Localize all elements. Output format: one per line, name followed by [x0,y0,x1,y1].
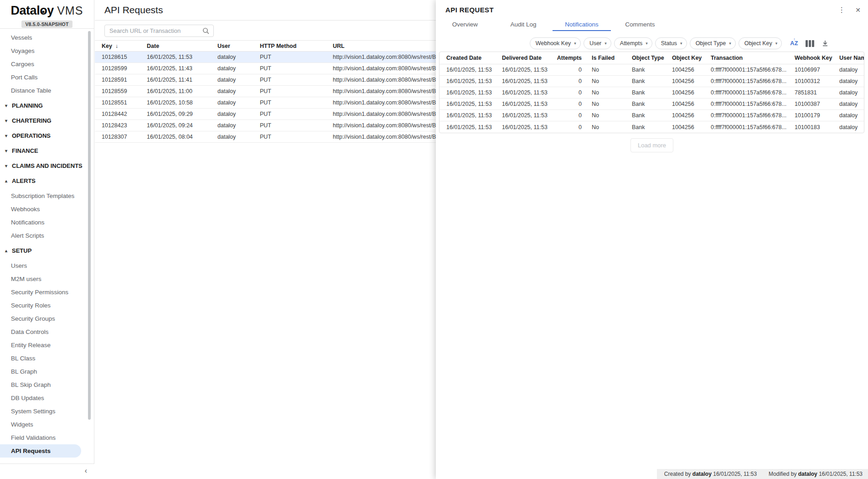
sidebar-item-notifications[interactable]: Notifications [0,216,94,229]
sidebar-section-operations[interactable]: ▾OPERATIONS [0,129,94,142]
cell: 1004256 [665,124,704,130]
table-header-row: Created DateDelivered DateAttemptsIs Fai… [439,52,864,64]
cell: No [585,78,625,84]
cell: No [585,101,625,107]
sidebar-item-cargoes[interactable]: Cargoes [0,57,94,71]
sidebar-item-subscription-templates[interactable]: Subscription Templates [0,189,94,203]
tab-notifications[interactable]: Notifications [553,18,611,31]
collapse-sidebar-icon[interactable]: ‹ [85,467,87,475]
sidebar-item-bl-graph[interactable]: BL Graph [0,365,94,378]
sidebar-item-security-permissions[interactable]: Security Permissions [0,286,94,299]
sidebar-item-webhooks[interactable]: Webhooks [0,203,94,216]
sidebar-item-voyages[interactable]: Voyages [0,44,94,57]
sidebar-item-security-roles[interactable]: Security Roles [0,299,94,312]
cell: 16/01/2025, 08:04 [147,134,217,140]
column-header-http-method[interactable]: HTTP Method [260,43,333,49]
columns-icon[interactable] [806,40,814,47]
sidebar-section-setup[interactable]: ▴SETUP [0,244,94,257]
table-row[interactable]: 16/01/2025, 11:5316/01/2025, 11:530NoBan… [439,121,864,133]
sidebar-item-field-validations[interactable]: Field Validations [0,431,94,444]
table-row[interactable]: 16/01/2025, 11:5316/01/2025, 11:530NoBan… [439,110,864,121]
cell: No [585,89,625,96]
cell: 0 [555,101,585,107]
sidebar-section-claims-and-incidents[interactable]: ▾CLAIMS AND INCIDENTS [0,159,94,172]
cell: 16/01/2025, 09:29 [147,111,217,117]
sidebar-item-data-controls[interactable]: Data Controls [0,325,94,338]
sidebar-item-system-settings[interactable]: System Settings [0,405,94,418]
load-more-button[interactable]: Load more [630,138,673,152]
table-row[interactable]: 16/01/2025, 11:5316/01/2025, 11:530NoBan… [439,76,864,87]
column-header-is-failed[interactable]: Is Failed [585,55,625,61]
search-icon[interactable] [202,27,210,35]
filter-chip-webhook-key[interactable]: Webhook Key▾ [530,37,581,49]
sidebar-item-bl-class[interactable]: BL Class [0,352,94,365]
sidebar-nav: VesselsVoyagesCargoesPort CallsDistance … [0,28,94,463]
panel-top-icons: ⋮ ✕ [838,6,861,14]
cell: 1004256 [665,112,704,119]
cell: 16/01/2025, 11:53 [495,124,555,130]
sidebar-item-m2m-users[interactable]: M2M users [0,272,94,286]
sidebar-item-bl-skip-graph[interactable]: BL Skip Graph [0,378,94,391]
search-input[interactable] [109,27,202,34]
sidebar-section-finance[interactable]: ▾FINANCE [0,144,94,157]
cell: dataloy [217,65,260,72]
sidebar-section-chartering[interactable]: ▾CHARTERING [0,114,94,127]
table-row[interactable]: 16/01/2025, 11:5316/01/2025, 11:530NoBan… [439,87,864,99]
column-header-key[interactable]: Key↓ [95,43,147,49]
sidebar-item-entity-release[interactable]: Entity Release [0,338,94,352]
filter-chip-user[interactable]: User▾ [584,37,611,49]
tab-comments[interactable]: Comments [611,18,669,31]
logo-o-mark: o [40,4,47,18]
tab-overview[interactable]: Overview [436,18,494,31]
section-label: PLANNING [12,102,43,109]
sidebar-section-planning[interactable]: ▾PLANNING [0,99,94,112]
column-header-user-name[interactable]: User Name [832,55,864,61]
column-header-user[interactable]: User [217,43,260,49]
filter-chip-attempts[interactable]: Attempts▾ [614,37,652,49]
column-header-webhook-key[interactable]: Webhook Key [788,55,832,61]
filter-chip-object-type[interactable]: Object Type▾ [690,37,736,49]
column-header-attempts[interactable]: Attempts [555,55,585,61]
more-options-icon[interactable]: ⋮ [838,6,845,14]
column-header-transaction[interactable]: Transaction [704,55,788,61]
filter-chip-status[interactable]: Status▾ [655,37,687,49]
cell: 16/01/2025, 11:53 [495,78,555,84]
sidebar-item-api-requests[interactable]: API Requests [0,444,81,458]
column-header-date[interactable]: Date [147,43,217,49]
cell: PUT [260,77,333,83]
table-row[interactable]: 16/01/2025, 11:5316/01/2025, 11:530NoBan… [439,99,864,110]
cell: Bank [625,78,665,84]
column-header-created-date[interactable]: Created Date [439,55,495,61]
column-header-object-key[interactable]: Object Key [665,55,704,61]
sidebar-scrollbar-thumb[interactable] [88,31,91,420]
filter-chip-label: Attempts [620,40,642,47]
sidebar-section-alerts[interactable]: ▴ALERTS [0,174,94,187]
cell: 10100183 [788,124,832,130]
cell: 16/01/2025, 11:53 [495,112,555,119]
chevron-down-icon: ▾ [4,118,9,123]
close-icon[interactable]: ✕ [855,6,861,14]
cell: 0:ffff7f000001:157a5f66:678... [704,112,788,119]
filter-chip-object-key[interactable]: Object Key▾ [739,37,782,49]
column-header-object-type[interactable]: Object Type [625,55,665,61]
panel-title: API REQUEST [436,0,868,14]
sidebar-item-distance-table[interactable]: Distance Table [0,84,94,97]
cell: 16/01/2025, 10:58 [147,99,217,106]
sidebar-item-security-groups[interactable]: Security Groups [0,312,94,325]
sidebar-item-users[interactable]: Users [0,259,94,272]
sort-alphabetical-icon[interactable]: A↑Z [790,40,798,47]
cell: 10128423 [95,122,147,129]
tab-audit-log[interactable]: Audit Log [494,18,553,31]
download-icon[interactable] [822,40,829,47]
sidebar-item-port-calls[interactable]: Port Calls [0,71,94,84]
sidebar-item-vessels[interactable]: Vessels [0,31,94,44]
chevron-down-icon: ▾ [680,41,682,46]
cell: dataloy [217,134,260,140]
column-header-delivered-date[interactable]: Delivered Date [495,55,555,61]
sidebar-item-db-updates[interactable]: DB Updates [0,391,94,405]
sidebar-item-alert-scripts[interactable]: Alert Scripts [0,229,94,242]
filter-chip-label: Object Type [696,40,726,47]
sidebar-item-widgets[interactable]: Widgets [0,418,94,431]
table-row[interactable]: 16/01/2025, 11:5316/01/2025, 11:530NoBan… [439,64,864,76]
user-name: dataloy [692,471,712,477]
